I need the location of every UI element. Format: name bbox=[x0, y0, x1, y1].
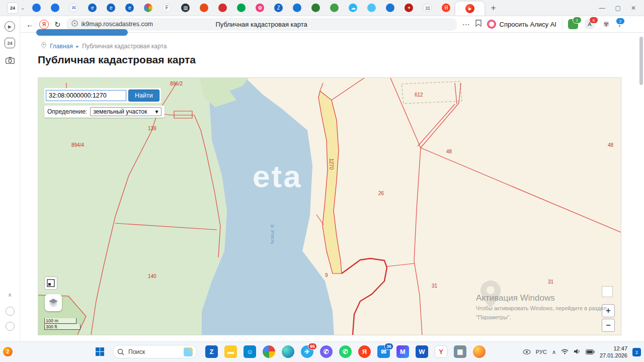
screenshot-icon[interactable] bbox=[4, 54, 16, 66]
river-label: р. Угость bbox=[270, 225, 276, 244]
active-tab[interactable]: ▶ bbox=[455, 2, 485, 16]
breadcrumb-home-link[interactable]: Главная bbox=[50, 43, 73, 50]
browser-tab[interactable] bbox=[232, 2, 251, 15]
browser-tab[interactable] bbox=[325, 2, 344, 15]
taskbar-app-viber[interactable]: ✆ bbox=[320, 345, 333, 358]
search-input[interactable] bbox=[46, 90, 126, 101]
taskbar-app-edge[interactable] bbox=[282, 345, 294, 358]
pin-icon bbox=[41, 42, 46, 50]
browser-tab[interactable]: ✦ bbox=[399, 2, 418, 15]
chevron-up-icon[interactable]: ∧ bbox=[4, 289, 16, 301]
app-badge: 95 bbox=[308, 343, 317, 350]
taskbar-app-mail[interactable]: ✉36 bbox=[377, 345, 390, 358]
tab-favicon: e bbox=[107, 4, 115, 12]
extent-button[interactable] bbox=[44, 277, 57, 290]
extension-icon-2[interactable]: A 6 bbox=[585, 19, 595, 29]
taskbar-app-telegram[interactable]: ✈95 bbox=[301, 345, 313, 358]
eye-icon[interactable] bbox=[523, 347, 531, 356]
pinned-tab-24[interactable]: 24 bbox=[7, 3, 18, 14]
menu-dots-icon[interactable]: ⋯ bbox=[462, 21, 470, 28]
tab-favicon bbox=[330, 4, 339, 12]
browser-tab[interactable]: e bbox=[102, 2, 120, 15]
browser-tab[interactable]: e bbox=[83, 2, 102, 15]
taskbar-app-contacts[interactable]: ☺ bbox=[244, 345, 256, 358]
window-controls: — ▢ ✕ bbox=[599, 5, 641, 12]
paw-glyph: ✾ bbox=[603, 20, 609, 28]
yandex-home-icon[interactable]: Я bbox=[39, 20, 49, 29]
taskbar-app-chrome[interactable] bbox=[263, 345, 275, 358]
taskbar-app-m[interactable]: M bbox=[396, 345, 409, 358]
tab-favicon: ✦ bbox=[405, 4, 413, 12]
browser-tab[interactable]: ▥ bbox=[176, 2, 195, 15]
browser-tab[interactable] bbox=[27, 2, 46, 15]
taskbar-app-whatsapp[interactable]: ✆ bbox=[339, 345, 352, 358]
browser-tab[interactable]: ☁ bbox=[344, 2, 362, 15]
taskbar-app-explorer[interactable]: ▬ bbox=[224, 345, 237, 358]
browser-tab[interactable]: ✉ bbox=[64, 2, 83, 15]
extension-icon-1[interactable]: 1 bbox=[568, 19, 578, 29]
browser-tab[interactable] bbox=[381, 2, 399, 15]
definition-select[interactable]: земельный участок ▾ bbox=[90, 107, 161, 116]
browser-tab[interactable] bbox=[46, 2, 64, 15]
wifi-icon[interactable] bbox=[561, 347, 569, 356]
browser-tab[interactable]: F bbox=[157, 2, 176, 15]
page-scrollbar[interactable] bbox=[639, 37, 643, 85]
tab-favicon: F bbox=[163, 4, 171, 12]
map-container: 896/2894/4139140612484826931311270р. Уго… bbox=[38, 77, 621, 335]
browser-tab[interactable]: ▤ bbox=[418, 2, 437, 15]
extension-badge: 1 bbox=[573, 17, 582, 24]
hidden-icons-chevron[interactable]: ∧ bbox=[552, 349, 556, 355]
windows-activation-watermark: Активация Windows Чтобы активировать Win… bbox=[476, 293, 607, 321]
address-bar[interactable]: ik9map.roscadastres.com Публичная кадаст… bbox=[66, 18, 457, 31]
taskbar-app-yandex[interactable]: Я bbox=[358, 345, 371, 358]
chevron-down-icon[interactable]: ⌄ bbox=[18, 5, 27, 11]
browser-tab[interactable]: e bbox=[120, 2, 139, 15]
taskbar-app-word[interactable]: W bbox=[416, 345, 428, 358]
volume-icon[interactable] bbox=[574, 347, 581, 356]
browser-tab[interactable] bbox=[306, 2, 325, 15]
browser-tab[interactable] bbox=[139, 2, 157, 15]
minimize-button[interactable]: — bbox=[599, 5, 605, 12]
bookmark-icon[interactable] bbox=[475, 20, 481, 29]
browser-tab[interactable]: Z bbox=[269, 2, 288, 15]
browser-tab[interactable] bbox=[213, 2, 232, 15]
battery-icon[interactable] bbox=[586, 347, 595, 356]
find-button[interactable]: Найти bbox=[128, 89, 159, 102]
sidebar-circle-icon[interactable] bbox=[6, 307, 15, 316]
taskbar-search[interactable]: Поиск bbox=[113, 345, 197, 358]
maximize-button[interactable]: ▢ bbox=[615, 5, 621, 12]
map-label: 139 bbox=[148, 126, 156, 131]
browser-tab[interactable]: ✿ bbox=[251, 2, 269, 15]
start-button[interactable] bbox=[96, 347, 104, 358]
new-tab-button[interactable]: + bbox=[491, 3, 496, 13]
windows-logo-icon bbox=[96, 347, 104, 356]
tab-favicon: e bbox=[125, 4, 134, 12]
tab-favicon: ☁ bbox=[349, 4, 357, 12]
taskbar-app-gray[interactable]: ▦ bbox=[454, 345, 466, 358]
play-icon[interactable]: ▶ bbox=[5, 21, 15, 32]
downloads-button[interactable]: ↓ 2 bbox=[618, 20, 621, 28]
notification-bubble[interactable]: 2 bbox=[3, 347, 13, 356]
close-button[interactable]: ✕ bbox=[631, 5, 636, 12]
taskbar-app-y[interactable]: Y bbox=[435, 345, 447, 358]
page-top-partial-button[interactable] bbox=[36, 29, 128, 36]
tab-favicon bbox=[32, 4, 41, 12]
screen: 24 ⌄ ✉eeeF▥✿Z☁✦▤Я ▶ + — ▢ ✕ ← Я ↻ ik9map… bbox=[0, 0, 644, 362]
browser-tab[interactable]: Я bbox=[437, 2, 455, 15]
browser-tab[interactable] bbox=[288, 2, 306, 15]
layers-button[interactable] bbox=[45, 294, 62, 311]
reload-button[interactable]: ↻ bbox=[54, 21, 61, 28]
paw-icon[interactable]: ✾ bbox=[601, 19, 611, 29]
browser-tab[interactable] bbox=[195, 2, 213, 15]
sidebar-24-icon[interactable]: 24 bbox=[5, 38, 15, 48]
ask-alice-button[interactable]: Спросить Алису AI bbox=[487, 20, 556, 29]
taskbar-app-z[interactable]: Z bbox=[205, 345, 218, 358]
browser-tab[interactable] bbox=[362, 2, 381, 15]
language-indicator[interactable]: РУС bbox=[536, 349, 547, 355]
back-button[interactable]: ← bbox=[26, 21, 34, 28]
taskbar-app-browser[interactable] bbox=[473, 345, 486, 358]
notification-count-badge[interactable]: 2 bbox=[632, 348, 641, 356]
taskbar-clock[interactable]: 12:47 27.01.2026 bbox=[600, 345, 627, 359]
sidebar-circle-icon[interactable] bbox=[6, 322, 15, 331]
breadcrumb-separator: ▸ bbox=[76, 44, 79, 49]
